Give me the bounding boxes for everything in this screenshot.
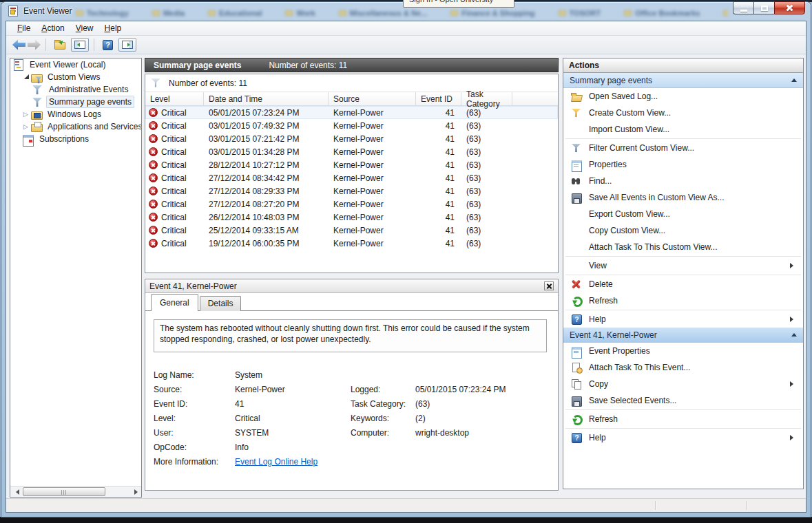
action-properties[interactable]: Properties xyxy=(563,156,803,173)
find-icon xyxy=(570,175,583,186)
field-label: Computer: xyxy=(351,428,415,438)
event-detail-pane: Event 41, Kernel-Power General Details T… xyxy=(145,279,559,491)
tree-item-label: Subscriptions xyxy=(37,133,92,145)
action-open-saved-log[interactable]: Open Saved Log... xyxy=(563,88,803,105)
tab-general[interactable]: General xyxy=(151,294,198,311)
event-fields-right: Logged:05/01/2015 07:23:24 PMTask Catego… xyxy=(351,382,506,440)
folder-apps-icon xyxy=(31,121,42,132)
level-text: Critical xyxy=(161,226,187,235)
event-row[interactable]: Critical27/12/2014 08:27:20 PMKernel-Pow… xyxy=(145,198,558,211)
expander-closed-icon[interactable] xyxy=(23,109,31,119)
action-section-header-summary-page-events[interactable]: Summary page events xyxy=(563,73,803,88)
export-list-button[interactable] xyxy=(51,37,69,52)
action-export-custom-view[interactable]: Export Custom View... xyxy=(563,206,803,222)
tab-details[interactable]: Details xyxy=(200,296,242,311)
action-refresh[interactable]: Refresh xyxy=(563,411,803,427)
bookmark-folder-icon xyxy=(624,10,632,16)
event-row[interactable]: Critical19/12/2014 06:00:35 PMKernel-Pow… xyxy=(145,237,558,250)
event-row[interactable]: Critical03/01/2015 01:34:28 PMKernel-Pow… xyxy=(145,145,558,158)
expander-closed-icon[interactable] xyxy=(23,122,31,131)
datetime-cell: 28/12/2014 10:27:12 PM xyxy=(204,160,329,170)
source-cell: Kernel-Power xyxy=(329,134,416,144)
event-row[interactable]: Critical05/01/2015 07:23:24 PMKernel-Pow… xyxy=(145,106,558,119)
scrollbar-thumb[interactable] xyxy=(23,487,105,496)
scroll-right-arrow-icon[interactable] xyxy=(130,487,141,497)
field-task-category: Task Category:(63) xyxy=(351,396,506,411)
column-header-level[interactable]: Level xyxy=(145,92,204,105)
tree-item-applications-and-services-lo[interactable]: Applications and Services Lo xyxy=(10,120,141,133)
action-refresh[interactable]: Refresh xyxy=(563,292,803,309)
scroll-left-arrow-icon[interactable] xyxy=(10,487,21,497)
menu-view[interactable]: View xyxy=(70,22,99,34)
show-hide-console-tree-button[interactable] xyxy=(71,38,89,52)
bookmark-folder-icon xyxy=(285,10,293,16)
event-row[interactable]: Critical26/12/2014 10:48:03 PMKernel-Pow… xyxy=(145,211,558,224)
menu-action[interactable]: Action xyxy=(36,22,70,34)
event-id-cell: 41 xyxy=(416,147,461,157)
tree-item-label: Custom Views xyxy=(45,71,103,83)
forward-button[interactable] xyxy=(28,40,41,50)
tree-item-subscriptions[interactable]: Subscriptions xyxy=(10,133,141,145)
tree-item-windows-logs[interactable]: Windows Logs xyxy=(10,108,141,120)
background-bookmarks-bar: TechnologyMediaEducationalWorkMiscellane… xyxy=(76,9,728,17)
event-row[interactable]: Critical03/01/2015 07:49:32 PMKernel-Pow… xyxy=(145,119,558,132)
help-toolbar-button[interactable]: ? xyxy=(99,37,116,53)
event-row[interactable]: Critical28/12/2014 10:27:12 PMKernel-Pow… xyxy=(145,158,558,171)
event-row[interactable]: Critical25/12/2014 09:33:15 AMKernel-Pow… xyxy=(145,224,558,237)
action-import-custom-view[interactable]: Import Custom View... xyxy=(563,121,803,138)
field-value: Kernel-Power xyxy=(235,385,285,394)
show-hide-action-pane-button[interactable] xyxy=(118,38,136,52)
action-delete[interactable]: Delete xyxy=(563,276,803,292)
tree-item-label: Summary page events xyxy=(46,96,134,108)
tree-item-summary-page-events[interactable]: Summary page events xyxy=(10,96,141,108)
column-header-date-and-time[interactable]: Date and Time xyxy=(204,92,329,105)
critical-icon xyxy=(149,173,158,182)
action-label: Help xyxy=(589,314,606,324)
event-row[interactable]: Critical27/12/2014 08:29:33 PMKernel-Pow… xyxy=(145,184,558,198)
action-save-selected-events[interactable]: Save Selected Events... xyxy=(563,392,803,409)
close-detail-icon[interactable] xyxy=(544,281,554,290)
action-label: Save All Events in Custom View As... xyxy=(589,193,725,202)
back-button[interactable] xyxy=(12,40,25,50)
source-cell: Kernel-Power xyxy=(329,173,416,183)
event-log-online-help-link[interactable]: Event Log Online Help xyxy=(235,457,317,467)
menu-file[interactable]: File xyxy=(12,22,36,34)
close-button[interactable] xyxy=(774,1,805,14)
event-row[interactable]: Critical03/01/2015 07:21:42 PMKernel-Pow… xyxy=(145,132,558,145)
action-section-header-event-41-kernel-power[interactable]: Event 41, Kernel-Power xyxy=(563,328,803,343)
action-attach-task-to-this-custom-view[interactable]: Attach Task To This Custom View... xyxy=(563,239,803,255)
task-category-cell: (63) xyxy=(461,160,512,170)
event-viewer-app-icon xyxy=(8,6,18,17)
action-filter-current-custom-view[interactable]: Filter Current Custom View... xyxy=(563,140,803,156)
tree-item-custom-views[interactable]: Custom Views xyxy=(10,71,141,83)
minimize-button[interactable] xyxy=(733,1,753,14)
action-help[interactable]: Help xyxy=(563,429,803,446)
tree-item-event-viewer-local[interactable]: Event Viewer (Local) xyxy=(10,58,141,71)
tree-item-administrative-events[interactable]: Administrative Events xyxy=(10,83,141,96)
expander-open-icon[interactable] xyxy=(23,72,31,82)
column-header-event-id[interactable]: Event ID xyxy=(416,92,461,105)
action-create-custom-view[interactable]: Create Custom View... xyxy=(563,105,803,121)
task-category-cell: (63) xyxy=(461,186,512,196)
column-header-source[interactable]: Source xyxy=(329,92,416,105)
action-copy[interactable]: Copy xyxy=(563,376,803,392)
menu-help[interactable]: Help xyxy=(99,22,127,34)
action-attach-task-to-this-event[interactable]: Attach Task To This Event... xyxy=(563,359,803,376)
status-bar xyxy=(6,498,806,512)
action-view[interactable]: View xyxy=(563,257,803,274)
column-header-task-category[interactable]: Task Category xyxy=(461,92,512,105)
level-cell: Critical xyxy=(145,213,204,222)
action-label: Event Properties xyxy=(589,346,650,356)
action-label: Create Custom View... xyxy=(589,108,671,118)
action-copy-custom-view[interactable]: Copy Custom View... xyxy=(563,222,803,239)
action-find[interactable]: Find... xyxy=(563,173,803,189)
action-save-all-events-in-custom-view-as[interactable]: Save All Events in Custom View As... xyxy=(563,189,803,206)
event-row[interactable]: Critical27/12/2014 08:34:42 PMKernel-Pow… xyxy=(145,171,558,184)
tree-horizontal-scrollbar[interactable] xyxy=(10,486,141,497)
maximize-button[interactable] xyxy=(753,1,774,14)
task-category-cell: (63) xyxy=(461,213,512,222)
collapse-arrow-icon xyxy=(791,78,797,82)
background-bookmark: MTC Diaries Stock xyxy=(723,9,728,17)
action-help[interactable]: Help xyxy=(563,311,803,328)
action-event-properties[interactable]: Event Properties xyxy=(563,343,803,359)
